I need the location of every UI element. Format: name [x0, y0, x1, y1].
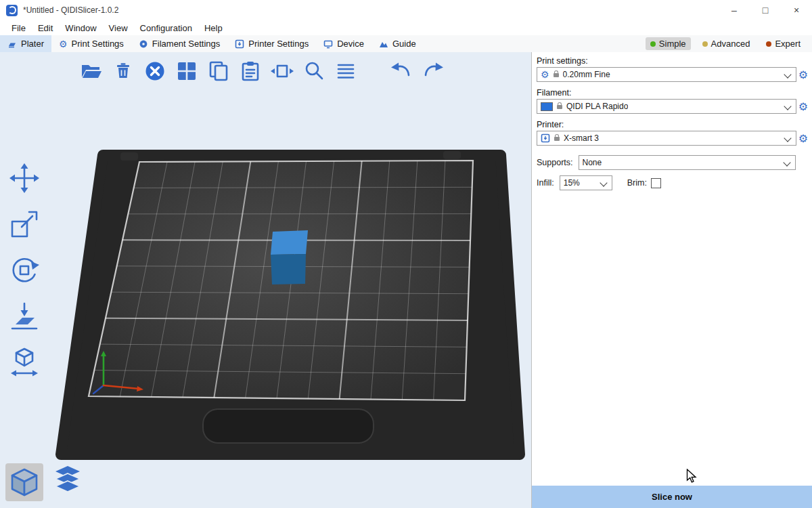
tab-print-settings[interactable]: ⚙ Print Settings — [51, 35, 131, 52]
advanced-dot-icon — [702, 41, 708, 47]
redo-icon[interactable] — [420, 58, 446, 84]
tab-label: Plater — [21, 39, 44, 49]
print-settings-value: 0.20mm Fine — [563, 70, 610, 79]
undo-icon[interactable] — [388, 58, 414, 84]
open-icon[interactable] — [78, 58, 104, 84]
view-toggles — [5, 463, 87, 501]
lock-icon — [554, 73, 559, 77]
supports-value: None — [583, 158, 602, 167]
move-icon[interactable] — [7, 161, 42, 196]
infill-combo[interactable]: 15% — [560, 175, 612, 190]
device-icon — [323, 39, 333, 49]
viewport-left-toolbar — [7, 161, 42, 380]
tab-label: Printer Settings — [248, 39, 309, 49]
titlebar: *Untitled - QIDISlicer-1.0.2 – □ × — [0, 0, 812, 20]
slice-now-button[interactable]: Slice now — [532, 486, 812, 508]
viewport-top-toolbar — [78, 58, 446, 84]
menu-edit[interactable]: Edit — [32, 23, 59, 33]
place-on-face-icon[interactable] — [7, 299, 42, 334]
filament-value: QIDI PLA Rapido — [566, 102, 628, 111]
mouse-cursor-icon — [686, 469, 700, 486]
tab-label: Print Settings — [72, 39, 124, 49]
app-window: *Untitled - QIDISlicer-1.0.2 – □ × File … — [0, 0, 812, 508]
search-icon[interactable] — [301, 58, 327, 84]
filament-gear-button[interactable]: ⚙ — [796, 100, 810, 113]
menubar: File Edit Window View Configuration Help — [0, 20, 812, 35]
printer-label: Printer: — [537, 120, 812, 129]
filament-color-swatch — [541, 102, 553, 111]
chevron-down-icon — [600, 179, 607, 186]
guide-icon — [379, 39, 388, 49]
infill-value: 15% — [564, 178, 580, 188]
app-logo-icon — [6, 5, 18, 16]
chevron-down-icon — [784, 102, 791, 110]
gear-icon: ⚙ — [541, 70, 549, 79]
filament-combo[interactable]: QIDI PLA Rapido — [537, 99, 796, 114]
print-bed-scene — [0, 52, 531, 508]
print-settings-combo[interactable]: ⚙ 0.20mm Fine — [537, 67, 796, 82]
tab-filament-settings[interactable]: Filament Settings — [131, 35, 227, 52]
menu-help[interactable]: Help — [198, 23, 229, 33]
chevron-down-icon — [784, 134, 791, 142]
supports-combo[interactable]: None — [579, 155, 796, 170]
mode-advanced[interactable]: Advanced — [698, 37, 755, 50]
paste-icon[interactable] — [238, 58, 263, 84]
tab-device[interactable]: Device — [316, 35, 371, 52]
close-button-icon[interactable]: × — [781, 0, 812, 20]
layer-height-icon[interactable] — [333, 58, 359, 84]
brim-checkbox[interactable] — [651, 178, 661, 188]
tabbar: Plater ⚙ Print Settings Filament Setting… — [0, 35, 812, 53]
mode-label: Simple — [659, 39, 686, 49]
gear-icon: ⚙ — [59, 39, 68, 49]
printer-gear-button[interactable]: ⚙ — [796, 132, 810, 145]
tab-plater[interactable]: Plater — [0, 35, 51, 52]
simple-dot-icon — [650, 41, 656, 47]
scale-icon[interactable] — [7, 207, 42, 242]
tab-label: Device — [337, 39, 364, 49]
delete-icon[interactable] — [110, 58, 136, 84]
supports-label: Supports: — [537, 158, 573, 167]
chevron-down-icon — [783, 158, 790, 166]
lock-icon — [554, 137, 560, 141]
menu-configuration[interactable]: Configuration — [134, 23, 198, 33]
menu-view[interactable]: View — [103, 23, 134, 33]
editor-view-icon[interactable] — [5, 463, 43, 501]
lock-icon — [557, 105, 562, 109]
filament-label: Filament: — [537, 88, 812, 98]
tab-label: Guide — [392, 39, 416, 49]
bed-handle — [203, 409, 374, 443]
copy-icon[interactable] — [206, 58, 231, 84]
mode-simple[interactable]: Simple — [646, 37, 691, 50]
printer-icon — [235, 39, 244, 49]
tab-printer-settings[interactable]: Printer Settings — [227, 35, 316, 52]
delete-all-icon[interactable] — [142, 58, 168, 84]
infill-label: Infill: — [537, 178, 554, 188]
model-cube[interactable] — [271, 230, 308, 284]
mode-expert[interactable]: Expert — [761, 37, 805, 50]
printer-combo[interactable]: X-smart 3 — [537, 131, 796, 146]
print-settings-gear-button[interactable]: ⚙ — [796, 68, 810, 81]
plater-icon — [7, 39, 17, 49]
brim-label: Brim: — [627, 178, 647, 188]
mode-selector: Simple Advanced Expert — [646, 35, 812, 52]
preview-view-icon[interactable] — [49, 463, 87, 501]
maximize-button-icon[interactable]: □ — [750, 0, 781, 20]
arrange-icon[interactable] — [174, 58, 200, 84]
menu-window[interactable]: Window — [59, 23, 102, 33]
mode-label: Advanced — [711, 39, 750, 49]
filament-icon — [139, 39, 148, 49]
expert-dot-icon — [766, 41, 771, 47]
tab-label: Filament Settings — [152, 39, 220, 49]
tab-guide[interactable]: Guide — [371, 35, 424, 52]
menu-file[interactable]: File — [5, 23, 32, 33]
printer-value: X-smart 3 — [564, 133, 599, 143]
instances-icon[interactable] — [269, 58, 295, 84]
minimize-button-icon[interactable]: – — [719, 0, 750, 20]
viewport-3d — [0, 52, 531, 508]
measure-icon[interactable] — [7, 345, 42, 380]
window-controls: – □ × — [719, 0, 812, 20]
sidebar: Print settings: ⚙ 0.20mm Fine ⚙ Filament… — [531, 52, 812, 508]
printer-icon — [541, 133, 550, 143]
window-title: *Untitled - QIDISlicer-1.0.2 — [23, 5, 118, 15]
rotate-icon[interactable] — [7, 253, 42, 288]
